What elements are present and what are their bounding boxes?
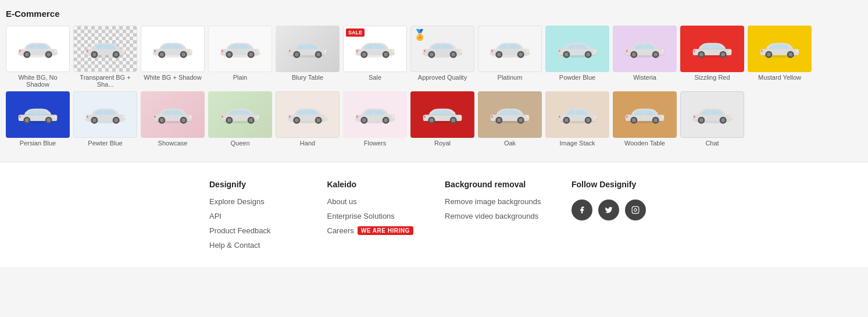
grid-item[interactable]: Plain [208, 26, 272, 88]
footer-link-about[interactable]: About us [327, 197, 415, 206]
footer-link-remove-image[interactable]: Remove image backgrounds [445, 197, 541, 206]
svg-point-117 [181, 118, 185, 122]
grid-item[interactable]: Mustard Yellow [748, 26, 812, 88]
item-label: White BG, No Shadow [6, 74, 70, 88]
item-label: Powder Blue [559, 74, 595, 81]
grid-item[interactable]: Sizzling Red [680, 26, 744, 88]
item-label: Transparent BG + Sha... [73, 74, 137, 88]
svg-point-131 [295, 118, 299, 122]
svg-rect-127 [222, 116, 223, 118]
thumbnail [208, 91, 272, 138]
item-label: Queen [230, 140, 249, 147]
thumbnail [613, 91, 677, 138]
grid-item[interactable]: Platinum [478, 26, 542, 88]
grid-item[interactable]: Showcase [141, 91, 205, 147]
svg-point-43 [362, 52, 366, 56]
grid-item[interactable]: Flowers [343, 91, 407, 147]
footer-link-careers[interactable]: Careers WE ARE HIRING [327, 226, 415, 235]
grid-item[interactable]: 🏅 Approved Quality [410, 26, 474, 88]
grid-item[interactable]: SALE Sale [343, 26, 407, 88]
grid-item[interactable]: Persian Blue [6, 91, 70, 147]
grid-item[interactable]: Blury Table [276, 26, 340, 88]
svg-rect-14 [122, 50, 124, 52]
svg-point-45 [384, 52, 388, 56]
footer-link-enterprise[interactable]: Enterprise Solutions [327, 212, 415, 220]
svg-rect-31 [222, 50, 223, 52]
grid-item[interactable]: Image Stack [545, 91, 609, 147]
svg-rect-126 [257, 116, 259, 118]
svg-point-171 [632, 118, 636, 122]
grid-item[interactable]: White BG + Shadow [141, 26, 205, 88]
facebook-icon[interactable] [571, 200, 592, 220]
svg-rect-158 [527, 116, 528, 118]
footer-col-bg-removal: Background removal Remove image backgrou… [445, 180, 541, 255]
grid-row-1: White BG, No Shadow Transparent BG + Sha… [6, 26, 862, 88]
item-label: Oak [504, 140, 516, 147]
thumbnail: SALE [343, 26, 407, 72]
thumbnail [141, 26, 205, 72]
grid-item[interactable]: Wooden Table [613, 91, 677, 147]
twitter-icon[interactable] [598, 200, 619, 220]
grid-item[interactable]: Oak [478, 91, 542, 147]
grid-item[interactable]: White BG, No Shadow [6, 26, 70, 88]
svg-point-101 [47, 118, 51, 122]
footer-link-product-feedback[interactable]: Product Feedback [209, 226, 297, 235]
footer-col-kaleido: Kaleido About us Enterprise Solutions Ca… [327, 180, 415, 255]
svg-rect-184 [632, 206, 639, 213]
svg-point-123 [227, 118, 231, 122]
svg-rect-103 [19, 116, 21, 118]
svg-point-147 [430, 118, 434, 122]
grid-item[interactable]: Royal [410, 91, 474, 147]
grid-row-2: Persian Blue Pewter Blue [6, 91, 862, 147]
thumbnail: 🏅 [410, 26, 474, 72]
svg-rect-151 [424, 116, 426, 118]
svg-rect-175 [626, 116, 628, 118]
svg-rect-6 [55, 50, 56, 52]
svg-rect-87 [694, 50, 695, 52]
footer-link-api[interactable]: API [209, 212, 297, 220]
thumbnail [613, 26, 677, 72]
svg-rect-30 [257, 50, 259, 52]
item-label: Approved Quality [418, 74, 467, 81]
grid-item[interactable]: Pewter Blue [73, 91, 137, 147]
grid-item[interactable]: Wisteria [613, 26, 677, 88]
grid-item[interactable]: Chat [680, 91, 744, 147]
footer-link-explore[interactable]: Explore Designs [209, 197, 297, 206]
svg-point-93 [788, 52, 792, 56]
grid-item[interactable]: Queen [208, 91, 272, 147]
svg-point-51 [430, 52, 434, 56]
svg-rect-86 [729, 50, 731, 52]
thumbnail [410, 91, 474, 138]
svg-rect-71 [559, 50, 560, 52]
svg-point-85 [721, 52, 725, 56]
svg-point-21 [181, 52, 185, 56]
thumbnail [478, 91, 542, 138]
svg-rect-111 [87, 116, 88, 118]
svg-rect-174 [662, 116, 663, 118]
svg-point-35 [295, 52, 299, 56]
svg-rect-79 [626, 50, 628, 52]
svg-rect-166 [594, 116, 596, 118]
svg-point-27 [227, 52, 231, 56]
grid-item[interactable]: Hand [276, 91, 340, 147]
footer-link-help[interactable]: Help & Contact [209, 241, 297, 250]
svg-rect-135 [289, 116, 291, 118]
ecommerce-section: E-Commerce White BG, No Shadow [0, 0, 868, 156]
footer-col-follow: Follow Designify [571, 180, 659, 255]
svg-rect-118 [190, 116, 191, 118]
grid-item[interactable]: Powder Blue [545, 26, 609, 88]
grid-item[interactable]: Transparent BG + Sha... [73, 26, 137, 88]
item-label: Platinum [498, 74, 523, 81]
svg-point-165 [586, 118, 590, 122]
svg-rect-70 [594, 50, 596, 52]
footer-link-remove-video[interactable]: Remove video backgrounds [445, 212, 541, 220]
item-label: Showcase [158, 140, 188, 147]
svg-rect-38 [324, 50, 326, 52]
thumbnail [73, 91, 137, 138]
thumbnail [748, 26, 812, 72]
instagram-icon[interactable] [625, 200, 646, 220]
svg-point-69 [586, 52, 590, 56]
item-label: Royal [434, 140, 451, 147]
footer-col-bg-title: Background removal [445, 180, 541, 189]
svg-point-125 [249, 118, 253, 122]
